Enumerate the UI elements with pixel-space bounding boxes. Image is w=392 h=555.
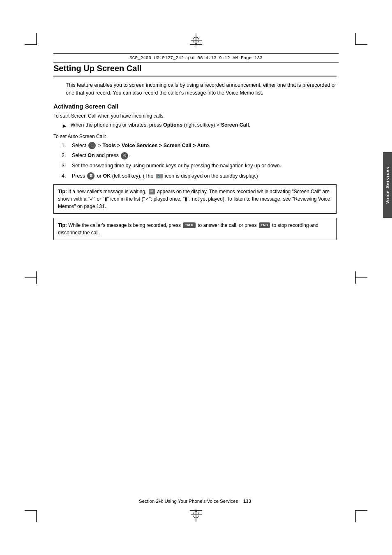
bullet-text: When the phone rings or vibrates, press … [71,121,250,129]
footer: Section 2H: Using Your Phone's Voice Ser… [53,499,337,504]
subsection-title: Activating Screen Call [53,103,337,110]
bullet-arrow-icon: ► [62,122,67,130]
main-content: Setting Up Screen Call This feature enab… [53,64,337,506]
crop-mark-bl-v [36,510,37,522]
numbered-steps: 1. Select ☷ > Tools > Voice Services > S… [62,142,337,180]
tip2-label: Tip: [58,222,67,228]
crop-mark-bl-h [25,510,37,511]
crop-mark-mr-v [355,271,356,284]
step-1-number: 1. [62,142,72,150]
step-4: 4. Press ☷ or OK (left softkey). (The 🔊 … [62,172,337,180]
bullet-item-options: ► When the phone rings or vibrates, pres… [62,121,337,130]
step-2: 2. Select On and press ◎. [62,152,337,160]
message-waiting-icon: ✉ [149,189,155,194]
section-title: Setting Up Screen Call [53,64,337,76]
step-1-content: Select ☷ > Tools > Voice Services > Scre… [72,142,337,150]
header-line: SCP_2400 UG-P127_242.qxd 06.4.13 9:12 AM… [53,53,339,62]
talk-icon: TALK [183,222,196,228]
tip-box-1: Tip: If a new caller's message is waitin… [53,184,337,214]
step-2-number: 2. [62,152,72,160]
tip-box-2: Tip: While the caller's message is being… [53,218,337,240]
crop-mark-ml-v [36,271,37,284]
crop-mark-ml-h [25,278,37,278]
header-file-text: SCP_2400 UG-P127_242.qxd 06.4.13 9:12 AM… [62,56,330,60]
step-3: 3. Set the answering time by using numer… [62,162,337,170]
procedure-auto-label: To set Auto Screen Call: [53,134,337,139]
side-tab: Voice Services [383,152,392,218]
reg-circle-bottom [193,511,199,518]
crop-mark-br-v [355,510,356,522]
speaker-icon: 🔊 [156,174,163,178]
crop-mark-br-h [355,510,367,511]
crop-mark-tl-v [36,33,37,45]
footer-section-text: Section 2H: Using Your Phone's Voice Ser… [139,499,238,504]
intro-paragraph: This feature enables you to screen incom… [53,81,337,97]
step-4-content: Press ☷ or OK (left softkey). (The 🔊 ico… [72,172,337,180]
crop-mark-tr-v [355,33,356,45]
crop-mark-mr-h [355,278,367,278]
menu-icon-1: ☷ [88,142,96,149]
step-3-number: 3. [62,162,72,170]
step-2-content: Select On and press ◎. [72,152,337,160]
end-icon: END [259,222,270,228]
step-4-number: 4. [62,172,72,180]
ok-icon-1: ◎ [121,152,128,160]
tip1-label: Tip: [58,189,67,194]
tip2-text: While the caller's message is being reco… [58,222,318,236]
step-1: 1. Select ☷ > Tools > Voice Services > S… [62,142,337,150]
footer-page-number: 133 [243,499,251,504]
tip1-text: If a new caller's message is waiting, ✉ … [58,189,330,209]
step-3-content: Set the answering time by using numeric … [72,162,337,170]
reg-circle-top [193,37,199,44]
procedure-incoming-label: To start Screen Call when you have incom… [53,113,337,119]
menu-icon-2: ☷ [87,172,95,180]
side-tab-label: Voice Services [385,166,390,204]
crop-mark-tr-h [355,44,367,45]
crop-mark-tl-h [25,44,37,45]
